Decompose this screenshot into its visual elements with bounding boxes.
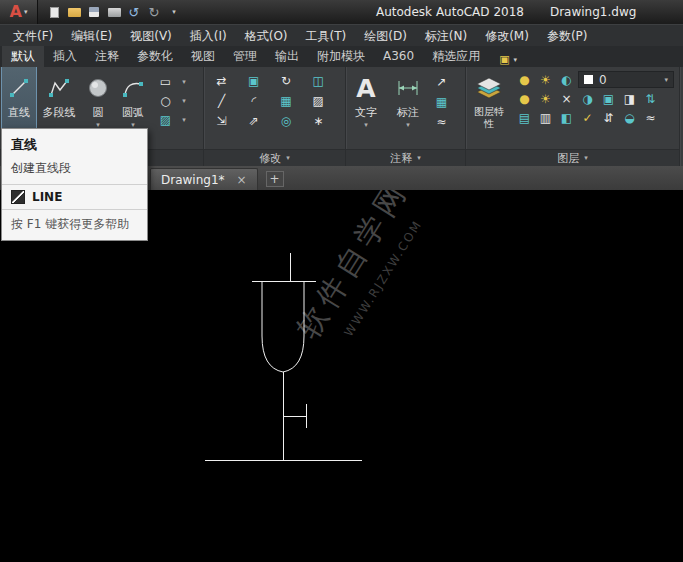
menu-insert[interactable]: 插入(I) (181, 25, 236, 47)
save-button[interactable] (84, 2, 104, 22)
layer-tool-button-5[interactable]: ⇵ (599, 109, 618, 126)
rectangle-dropdown-icon[interactable]: ▾ (178, 73, 190, 90)
app-title: Autodesk AutoCAD 2018 (376, 5, 524, 19)
autocad-logo: A (10, 4, 22, 20)
menu-bar: 文件(F) 编辑(E) 视图(V) 插入(I) 格式(O) 工具(T) 绘图(D… (0, 24, 683, 46)
ribbon-tab-manage[interactable]: 管理 (224, 46, 266, 67)
file-tab-drawing1[interactable]: Drawing1* × (150, 168, 258, 190)
explode-button[interactable]: ∗ (309, 112, 328, 129)
open-button[interactable] (64, 2, 84, 22)
menu-draw[interactable]: 绘图(D) (355, 25, 416, 47)
open-folder-icon (68, 8, 81, 17)
undo-button[interactable]: ↺ (124, 2, 144, 22)
ellipse-tool-button[interactable]: ○ (156, 92, 175, 109)
annotate-panel-title[interactable]: 注释 ▾ (346, 149, 465, 166)
menu-file[interactable]: 文件(F) (4, 25, 62, 47)
layer-match-button[interactable]: ◨ (620, 90, 639, 107)
array-button[interactable]: ▦ (277, 92, 296, 109)
ellipse-dropdown-icon[interactable]: ▾ (178, 92, 190, 109)
menu-format[interactable]: 格式(O) (236, 25, 297, 47)
offset-button[interactable]: ◎ (277, 112, 296, 129)
layer-tool-button-2[interactable]: ▥ (536, 109, 555, 126)
ribbon-display-toggle[interactable]: ▣ ▾ (499, 54, 517, 65)
modify-panel-label: 修改 (259, 151, 281, 166)
ribbon-tab-home[interactable]: 默认 (2, 46, 44, 67)
ribbon-tab-a360[interactable]: A360 (374, 46, 423, 67)
layer-isolate-button[interactable]: ◐ (557, 71, 576, 88)
ribbon-tab-insert[interactable]: 插入 (44, 46, 86, 67)
file-tab-close-icon[interactable]: × (237, 173, 247, 187)
text-tool-label: 文字 (355, 106, 377, 120)
text-tool-button[interactable]: A 文字 ▾ (348, 67, 384, 149)
layer-on-button[interactable]: ● (515, 71, 534, 88)
line-command-icon (11, 190, 25, 204)
arc-icon (122, 70, 144, 106)
layer-tool-button-3[interactable]: ◧ (557, 109, 576, 126)
layer-state-button-2[interactable]: ☀ (536, 90, 555, 107)
layer-tool-button-6[interactable]: ◒ (620, 109, 639, 126)
annotate-panel: A 文字 ▾ 标注 ▾ ↗ ▦ ≈ 注释 ▾ (346, 67, 466, 166)
ribbon-tab-parametric[interactable]: 参数化 (128, 46, 182, 67)
hatch-tool-button[interactable]: ▨ (156, 111, 175, 128)
layer-tool-button-1[interactable]: ▤ (515, 109, 534, 126)
title-bar: A ▾ ↺ ↻ ▾ Autodesk AutoCAD 2018 Drawing1… (0, 0, 683, 24)
qat-customize-button[interactable]: ▾ (164, 2, 184, 22)
tooltip-help: 按 F1 键获得更多帮助 (2, 209, 147, 240)
annotation-style-button[interactable]: ≈ (432, 113, 451, 130)
move-button[interactable]: ⇄ (212, 72, 231, 89)
menu-edit[interactable]: 编辑(E) (62, 25, 121, 47)
modify-panel-title[interactable]: 修改 ▾ (204, 149, 345, 166)
menu-view[interactable]: 视图(V) (121, 25, 181, 47)
text-dropdown-icon[interactable]: ▾ (364, 121, 368, 129)
rotate-button[interactable]: ↻ (277, 72, 296, 89)
menu-dimension[interactable]: 标注(N) (416, 25, 476, 47)
trim-button[interactable]: ╱ (212, 92, 231, 109)
layer-freeze-button[interactable]: ◑ (578, 90, 597, 107)
ribbon-tab-bar: 默认 插入 注释 参数化 视图 管理 输出 附加模块 A360 精选应用 ▣ ▾ (0, 46, 683, 67)
ribbon-tab-annotate[interactable]: 注释 (86, 46, 128, 67)
scale-button[interactable]: ⇗ (244, 112, 263, 129)
rectangle-tool-button[interactable]: ▭ (156, 73, 175, 90)
app-menu-button[interactable]: A ▾ (0, 0, 38, 24)
layer-walk-button[interactable]: ⇅ (641, 90, 660, 107)
ribbon-tab-featured-apps[interactable]: 精选应用 (423, 46, 489, 67)
ribbon-tab-addins[interactable]: 附加模块 (308, 46, 374, 67)
goblet-drawing (0, 190, 683, 562)
ribbon-display-caret-icon: ▾ (514, 56, 518, 64)
layer-tool-button-7[interactable]: ≈ (641, 109, 660, 126)
new-drawing-tab-button[interactable]: + (266, 171, 284, 187)
line-icon (8, 70, 30, 106)
layer-color-swatch (584, 75, 593, 84)
table-tool-button[interactable]: ▦ (432, 93, 451, 110)
new-button[interactable] (44, 2, 64, 22)
layer-select-dropdown[interactable]: 0 ▾ (578, 71, 674, 88)
document-title: Drawing1.dwg (550, 5, 636, 19)
layer-off-button[interactable]: × (557, 90, 576, 107)
ribbon-tab-view[interactable]: 视图 (182, 46, 224, 67)
ribbon-display-icon: ▣ (499, 54, 509, 65)
layer-lock-button[interactable]: ▣ (599, 90, 618, 107)
layers-panel-title[interactable]: 图层 ▾ (466, 149, 679, 166)
menu-parametric[interactable]: 参数(P) (538, 25, 597, 47)
layer-tool-button-4[interactable]: ✓ (578, 109, 597, 126)
menu-modify[interactable]: 修改(M) (476, 25, 538, 47)
hatch-dropdown-icon[interactable]: ▾ (178, 111, 190, 128)
layer-thaw-button[interactable]: ☀ (536, 71, 555, 88)
copy-button[interactable]: ▣ (244, 72, 263, 89)
stretch-button[interactable]: ⇲ (212, 112, 231, 129)
quick-access-toolbar: ↺ ↻ ▾ (44, 2, 184, 22)
leader-tool-button[interactable]: ↗ (432, 73, 451, 90)
redo-button[interactable]: ↻ (144, 2, 164, 22)
menu-tools[interactable]: 工具(T) (297, 25, 356, 47)
current-layer-value: 0 (599, 73, 607, 87)
dimension-dropdown-icon[interactable]: ▾ (406, 121, 410, 129)
ribbon-tab-output[interactable]: 输出 (266, 46, 308, 67)
dimension-tool-button[interactable]: 标注 ▾ (388, 67, 428, 149)
layer-properties-button[interactable]: 图层特性 (466, 67, 512, 149)
erase-button[interactable]: ▨ (309, 92, 328, 109)
mirror-button[interactable]: ◫ (309, 72, 328, 89)
drawing-canvas[interactable]: 软件自学网 WWW.RJZXW.COM (0, 190, 683, 562)
plot-button[interactable] (104, 2, 124, 22)
layer-state-button-1[interactable]: ● (515, 90, 534, 107)
fillet-button[interactable]: ◜ (244, 92, 263, 109)
